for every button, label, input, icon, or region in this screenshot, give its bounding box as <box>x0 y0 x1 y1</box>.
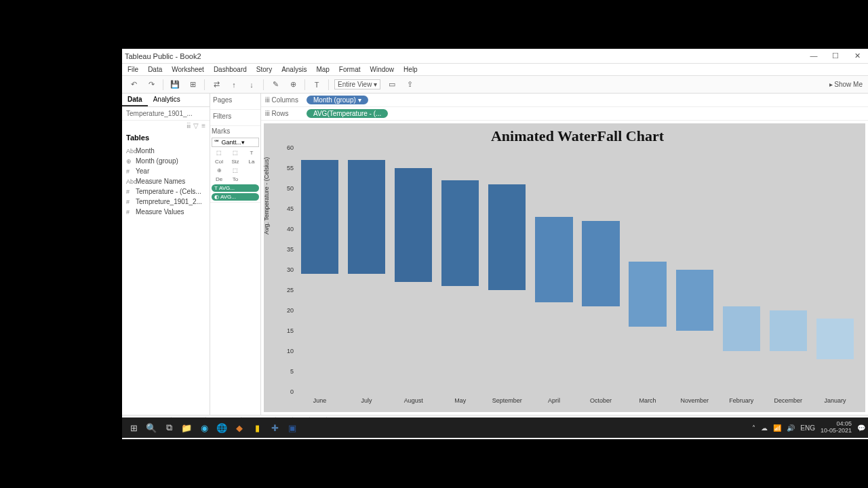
maximize-button[interactable]: ☐ <box>827 52 844 60</box>
bar-June[interactable]: June <box>296 148 343 392</box>
undo-icon[interactable]: ↶ <box>127 79 140 91</box>
bar-October[interactable]: October <box>577 148 624 392</box>
menu-map[interactable]: Map <box>316 66 329 73</box>
tray-lang[interactable]: ENG <box>800 424 815 432</box>
tab-analytics[interactable]: Analytics <box>148 94 186 106</box>
filter-icon[interactable]: ▽ <box>193 122 199 129</box>
pages-shelf[interactable]: Pages <box>213 96 258 104</box>
menu-format[interactable]: Format <box>339 66 361 73</box>
marks-color-pill[interactable]: ◐AVG... <box>212 193 259 201</box>
y-tick: 50 <box>287 185 294 192</box>
x-label: September <box>492 397 522 404</box>
field-1[interactable]: ⊕Month (group) <box>122 156 210 166</box>
rows-pill[interactable]: AVG(Temperature - (... <box>307 109 388 118</box>
bar-March[interactable]: March <box>625 148 671 392</box>
label-icon[interactable]: T <box>311 79 323 91</box>
tray-volume-icon[interactable]: 🔊 <box>787 424 795 432</box>
field-2[interactable]: #Year <box>122 166 210 176</box>
columns-pill[interactable]: Month (group) ▾ <box>307 96 368 104</box>
powerbi-icon[interactable]: ▮ <box>248 419 266 436</box>
system-clock[interactable]: 04:05 10-05-2021 <box>821 421 852 434</box>
tray-cloud-icon[interactable]: ☁ <box>761 424 768 432</box>
app-icon[interactable]: ◆ <box>231 419 248 436</box>
bar-November[interactable]: November <box>671 148 718 392</box>
tab-data[interactable]: Data <box>122 94 148 106</box>
tray-notifications-icon[interactable]: 💬 <box>857 424 865 432</box>
start-button[interactable]: ⊞ <box>125 419 142 436</box>
y-tick: 5 <box>290 368 294 375</box>
close-button[interactable]: ✕ <box>849 52 865 60</box>
chrome-icon[interactable]: 🌐 <box>213 419 231 436</box>
bar-December[interactable]: December <box>765 148 812 392</box>
redo-icon[interactable]: ↷ <box>145 79 157 91</box>
marks-size-pill[interactable]: TAVG... <box>212 184 259 192</box>
y-tick: 15 <box>287 327 294 334</box>
bar-May[interactable]: May <box>437 148 484 392</box>
field-3[interactable]: AbcMeasure Names <box>122 176 210 186</box>
menu-window[interactable]: Window <box>370 66 395 73</box>
group-icon[interactable]: ⊕ <box>287 79 299 91</box>
save-icon[interactable]: 💾 <box>169 79 181 91</box>
filters-shelf[interactable]: Filters <box>213 113 258 120</box>
y-tick: 0 <box>290 388 294 395</box>
menu-data[interactable]: Data <box>148 66 162 73</box>
bar-August[interactable]: August <box>390 148 437 392</box>
highlight-icon[interactable]: ✎ <box>269 79 281 91</box>
edge-icon[interactable]: ◉ <box>195 419 213 436</box>
bar-January[interactable]: January <box>812 148 859 392</box>
field-6[interactable]: #Measure Values <box>122 207 210 217</box>
menu-dashboard[interactable]: Dashboard <box>214 66 247 73</box>
marks-tooltip[interactable]: ⬚ <box>228 167 243 174</box>
marks-type-dropdown[interactable]: ℠ Gantt...▾ <box>212 138 259 147</box>
marks-detail[interactable]: ⊕ <box>212 167 226 174</box>
window-title: Tableau Public - Book2 <box>125 52 806 60</box>
marks-size[interactable]: ⬚ <box>228 149 243 157</box>
bar-February[interactable]: February <box>718 148 765 392</box>
menu-analysis[interactable]: Analysis <box>281 66 307 73</box>
x-label: December <box>774 397 803 404</box>
presentation-icon[interactable]: ▭ <box>386 79 398 91</box>
marks-color[interactable]: ⬚ <box>212 149 226 157</box>
sort-asc-icon[interactable]: ↑ <box>228 79 240 91</box>
bar-September[interactable]: September <box>484 148 530 392</box>
explorer-icon[interactable]: 📁 <box>178 419 195 436</box>
tray-wifi-icon[interactable]: 📶 <box>773 424 781 432</box>
new-data-icon[interactable]: ⊞ <box>186 79 199 91</box>
menu-icon[interactable]: ≡ <box>201 122 205 129</box>
menu-file[interactable]: File <box>127 66 138 73</box>
tray-chevron-icon[interactable]: ˄ <box>752 424 755 432</box>
search-icon[interactable]: 🔍 <box>142 419 160 436</box>
chart-canvas[interactable]: Animated WaterFall Chart Avg. Temperatur… <box>264 123 865 412</box>
field-0[interactable]: AbcMonth <box>122 146 210 156</box>
x-label: January <box>824 397 846 404</box>
data-source-name[interactable]: Temperature_1901_... <box>122 107 210 121</box>
fit-dropdown[interactable]: Entire View ▾ <box>334 79 380 89</box>
marks-label[interactable]: T <box>244 149 259 157</box>
menubar: File Data Worksheet Dashboard Story Anal… <box>122 64 868 76</box>
app-window: Tableau Public - Book2 — ☐ ✕ File Data W… <box>122 49 868 439</box>
swap-icon[interactable]: ⇄ <box>210 79 222 91</box>
y-tick: 60 <box>287 144 294 151</box>
bar-July[interactable]: July <box>343 148 390 392</box>
bar-April[interactable]: April <box>530 148 577 392</box>
tableau-icon[interactable]: ✚ <box>266 419 283 436</box>
columns-shelf-label: iii Columns <box>265 96 302 104</box>
word-icon[interactable]: ▣ <box>283 419 301 436</box>
menu-worksheet[interactable]: Worksheet <box>172 66 204 73</box>
y-tick: 20 <box>287 307 294 314</box>
x-label: April <box>548 397 560 404</box>
field-5[interactable]: #Tempreture_1901_2... <box>122 197 210 207</box>
menu-help[interactable]: Help <box>403 66 418 73</box>
x-label: August <box>404 397 423 404</box>
show-me-button[interactable]: ▸ Show Me <box>829 81 863 88</box>
sort-desc-icon[interactable]: ↓ <box>245 79 258 91</box>
minimize-button[interactable]: — <box>806 52 822 60</box>
x-label: July <box>361 397 372 404</box>
rows-shelf-label: iii Rows <box>265 110 302 117</box>
y-axis-label: Avg. Temperature - (Celsius) <box>263 157 270 235</box>
menu-story[interactable]: Story <box>256 66 272 73</box>
share-icon[interactable]: ⇪ <box>403 79 416 91</box>
search-icon[interactable]: ⅲ <box>186 122 191 129</box>
field-4[interactable]: #Temperature - (Cels... <box>122 186 210 197</box>
task-view-icon[interactable]: ⧉ <box>160 419 178 436</box>
